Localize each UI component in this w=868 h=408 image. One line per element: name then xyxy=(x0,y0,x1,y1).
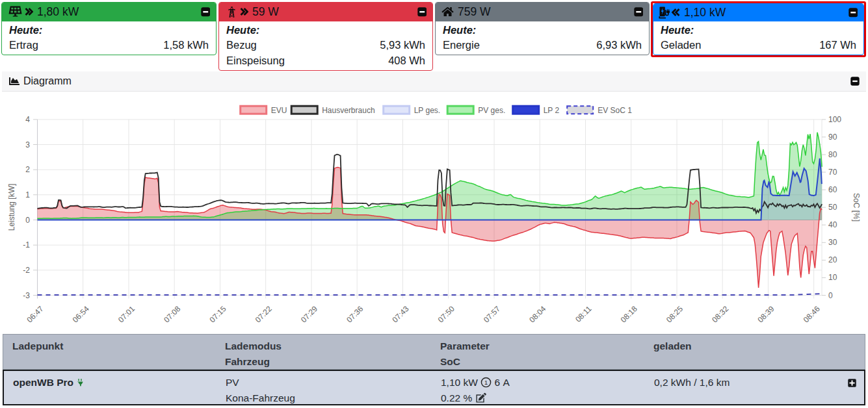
svg-text:100: 100 xyxy=(828,115,841,124)
svg-text:4: 4 xyxy=(25,115,30,124)
svg-text:EV SoC 1: EV SoC 1 xyxy=(598,106,632,115)
svg-text:07:29: 07:29 xyxy=(299,304,319,324)
svg-text:07:57: 07:57 xyxy=(482,304,502,324)
svg-text:70: 70 xyxy=(828,168,837,177)
svg-text:20: 20 xyxy=(828,255,837,264)
svg-text:40: 40 xyxy=(828,220,837,229)
svg-text:SoC [%]: SoC [%] xyxy=(852,193,861,222)
svg-text:08:18: 08:18 xyxy=(619,304,639,324)
svg-text:90: 90 xyxy=(828,133,837,142)
svg-text:50: 50 xyxy=(828,203,837,212)
svg-text:07:15: 07:15 xyxy=(207,304,228,324)
svg-text:0: 0 xyxy=(828,291,833,300)
svg-text:07:22: 07:22 xyxy=(254,304,274,324)
svg-text:LP ges.: LP ges. xyxy=(414,106,440,115)
svg-text:30: 30 xyxy=(828,238,837,247)
svg-text:-2: -2 xyxy=(23,266,30,275)
svg-text:08:25: 08:25 xyxy=(664,304,685,324)
svg-text:Leistung [kW]: Leistung [kW] xyxy=(7,184,16,231)
svg-text:07:01: 07:01 xyxy=(116,304,137,324)
svg-text:Hausverbrauch: Hausverbrauch xyxy=(322,106,375,115)
svg-text:06:54: 06:54 xyxy=(71,304,91,324)
svg-text:EVU: EVU xyxy=(271,106,287,115)
svg-text:2: 2 xyxy=(25,165,30,174)
svg-text:10: 10 xyxy=(828,273,837,282)
svg-text:80: 80 xyxy=(828,150,837,159)
svg-text:08:04: 08:04 xyxy=(527,304,547,324)
svg-text:LP 2: LP 2 xyxy=(544,106,560,115)
svg-text:08:11: 08:11 xyxy=(573,304,594,324)
svg-text:08:32: 08:32 xyxy=(710,304,730,324)
svg-text:07:50: 07:50 xyxy=(436,304,456,324)
svg-text:08:39: 08:39 xyxy=(756,304,776,324)
svg-text:PV ges.: PV ges. xyxy=(478,106,505,115)
svg-text:1: 1 xyxy=(25,190,30,199)
svg-text:-3: -3 xyxy=(23,291,30,300)
svg-text:07:43: 07:43 xyxy=(390,304,410,324)
svg-text:07:08: 07:08 xyxy=(162,304,182,324)
svg-text:-1: -1 xyxy=(23,240,30,249)
svg-text:1: 1 xyxy=(484,379,488,386)
svg-text:60: 60 xyxy=(828,185,837,194)
svg-text:3: 3 xyxy=(25,140,30,149)
svg-text:08:46: 08:46 xyxy=(802,304,822,324)
svg-text:0: 0 xyxy=(25,216,30,225)
svg-text:07:36: 07:36 xyxy=(345,304,365,324)
svg-text:06:47: 06:47 xyxy=(25,304,45,324)
